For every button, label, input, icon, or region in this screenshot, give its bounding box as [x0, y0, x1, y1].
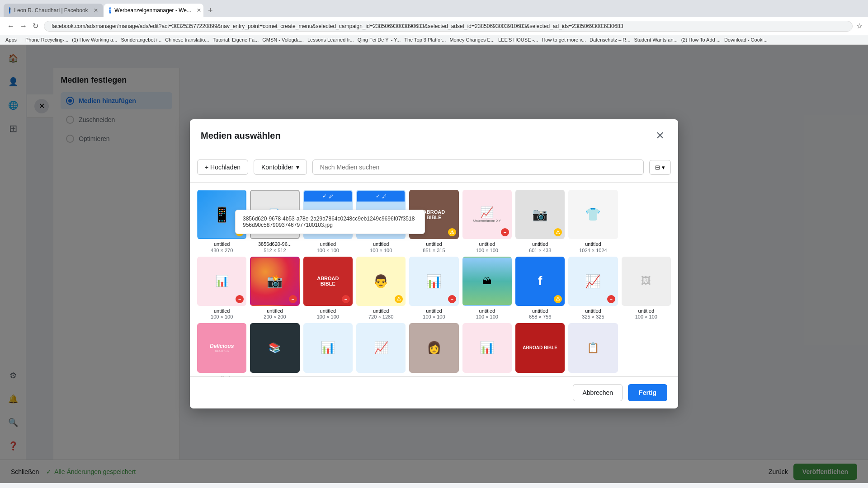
media-label-11: untitled	[320, 308, 336, 314]
bookmark-4[interactable]: Chinese translatio...	[165, 37, 209, 42]
modal-main: + Hochladen Kontobilder ▾ ⊟ ▾	[190, 152, 678, 408]
media-label-3: untitled	[320, 241, 336, 247]
media-item-13[interactable]: 📊 − untitled 100 × 100	[409, 257, 458, 320]
media-item-20[interactable]: 📊	[303, 323, 353, 376]
media-label-6: untitled	[479, 241, 495, 247]
error-badge-9: −	[236, 295, 244, 303]
tab-label-facebook: Leon R. Chaudhari | Facebook	[14, 7, 88, 14]
media-label-15: untitled	[532, 308, 548, 314]
media-item-9[interactable]: 📊 − untitled 100 × 100	[197, 257, 246, 320]
media-dims-17: 100 × 100	[635, 314, 657, 319]
error-badge-11: −	[342, 295, 350, 303]
media-dims-6: 100 × 100	[476, 248, 498, 253]
bookmark-star[interactable]: ☆	[856, 22, 863, 30]
media-item-24[interactable]: ABROAD BIBLE	[515, 323, 565, 376]
media-label-9: untitled	[214, 308, 230, 314]
media-selection-modal: Medien auswählen ✕ + Hochladen Kontobild…	[190, 119, 678, 408]
bookmark-2[interactable]: (1) How Working a...	[72, 37, 117, 42]
warning-badge-12: ⚠	[395, 295, 403, 303]
error-badge-10: −	[289, 295, 297, 303]
media-dims-12: 720 × 1280	[368, 314, 393, 319]
forward-button[interactable]: →	[18, 21, 29, 31]
media-dims-7: 601 × 438	[529, 248, 551, 253]
media-item-10[interactable]: 📸 − untitled 200 × 200	[250, 257, 299, 320]
media-item-23[interactable]: 📊	[462, 323, 512, 376]
media-item-16[interactable]: 📈 − untitled 325 × 325	[568, 257, 618, 320]
modal-close-button[interactable]: ✕	[653, 128, 667, 143]
media-item-8[interactable]: 👕 untitled 1024 × 1024	[568, 190, 618, 253]
tab-close-ads[interactable]: ✕	[197, 7, 201, 14]
chevron-down-icon: ▾	[296, 164, 299, 171]
media-item-14[interactable]: 🏔 untitled 100 × 100	[462, 257, 512, 320]
media-item-17[interactable]: 🖼 untitled 100 × 100	[622, 257, 671, 320]
media-label-2: 3856d620-96...	[258, 241, 292, 247]
bookmark-14[interactable]: Student Wants an...	[634, 37, 677, 42]
error-badge-13: −	[448, 295, 456, 303]
bookmark-6[interactable]: GMSN - Vologda...	[262, 37, 304, 42]
media-item-12[interactable]: 👨 ⚠ untitled 720 × 1280	[356, 257, 406, 320]
media-label-8: untitled	[585, 241, 601, 247]
bookmark-1[interactable]: Phone Recycling-...	[25, 37, 68, 42]
tab-facebook[interactable]: f Leon R. Chaudhari | Facebook ✕	[4, 4, 103, 17]
tab-close-facebook[interactable]: ✕	[94, 7, 98, 14]
done-button[interactable]: Fertig	[628, 384, 667, 401]
media-label-16: untitled	[585, 308, 601, 314]
modal-title: Medien auswählen	[201, 131, 281, 141]
tooltip-text: 3856d620-9678-4b53-a78e-2a29a7864c0248cc…	[243, 216, 415, 228]
warning-badge-5: ⚠	[448, 228, 456, 236]
media-dims-16: 325 × 325	[582, 314, 604, 319]
media-item-22[interactable]: 👩	[409, 323, 458, 376]
media-item-19[interactable]: 📚	[250, 323, 299, 376]
media-label-18: untitled	[214, 375, 230, 376]
media-label-4: untitled	[373, 241, 389, 247]
media-dims-4: 100 × 100	[370, 248, 392, 253]
bookmark-13[interactable]: Datenschutz – R...	[590, 37, 631, 42]
filter-button[interactable]: ⊟ ▾	[649, 160, 671, 175]
tab-ads-manager[interactable]: f Werbeanzeigenmanager - We... ✕	[104, 4, 203, 17]
bookmark-11[interactable]: LEE'S HOUSE -...	[498, 37, 538, 42]
bookmark-16[interactable]: Download - Cooki...	[724, 37, 768, 42]
media-dims-3: 100 × 100	[317, 248, 339, 253]
filter-icon: ⊟	[655, 164, 660, 171]
bookmark-10[interactable]: Money Changes E...	[449, 37, 495, 42]
address-bar-input[interactable]	[44, 21, 853, 32]
modal-body: + Hochladen Kontobilder ▾ ⊟ ▾	[190, 152, 678, 408]
bookmark-3[interactable]: Sonderangebot i...	[121, 37, 161, 42]
modal-toolbar: + Hochladen Kontobilder ▾ ⊟ ▾	[190, 152, 678, 183]
media-label-1: untitled	[214, 241, 230, 247]
tab-label-ads: Werbeanzeigenmanager - We...	[114, 7, 191, 14]
upload-button[interactable]: + Hochladen	[197, 160, 248, 175]
media-search-input[interactable]	[312, 160, 644, 175]
apps-bookmark[interactable]: Apps	[5, 37, 17, 42]
bookmark-12[interactable]: How to get more v...	[542, 37, 586, 42]
media-item-25[interactable]: 📋	[568, 323, 618, 376]
kontobilder-button[interactable]: Kontobilder ▾	[254, 160, 307, 175]
bookmark-15[interactable]: (2) How To Add ...	[681, 37, 721, 42]
modal-header: Medien auswählen ✕	[190, 119, 678, 152]
media-dims-8: 1024 × 1024	[579, 248, 607, 253]
error-badge-16: −	[607, 295, 615, 303]
media-label-17: untitled	[638, 308, 654, 314]
refresh-button[interactable]: ↻	[31, 21, 40, 31]
media-dims-10: 200 × 200	[264, 314, 286, 319]
bookmark-8[interactable]: Qing Fei De Yi - Y...	[358, 37, 401, 42]
filename-tooltip: 3856d620-9678-4b53-a78e-2a29a7864c0248cc…	[235, 210, 425, 234]
media-item-6[interactable]: 📈 Unternehmen XY − untitled 100 × 100	[462, 190, 512, 253]
bookmark-7[interactable]: Lessons Learned fr...	[307, 37, 354, 42]
bookmark-5[interactable]: Tutorial: Eigene Fa...	[213, 37, 259, 42]
media-dims-9: 100 × 100	[211, 314, 233, 319]
media-item-7[interactable]: 📷 ⚠ untitled 601 × 438	[515, 190, 565, 253]
media-item-21[interactable]: 📈	[356, 323, 406, 376]
cancel-button[interactable]: Abbrechen	[573, 384, 623, 401]
media-item-empty-r1	[622, 190, 671, 253]
media-item-15[interactable]: f ⚠ untitled 658 × 756	[515, 257, 565, 320]
tab-favicon-facebook: f	[9, 7, 10, 14]
new-tab-button[interactable]: +	[204, 4, 217, 17]
media-label-5: untitled	[426, 241, 442, 247]
media-item-11[interactable]: ABROADBIBLE − untitled 100 × 100	[303, 257, 353, 320]
bookmark-9[interactable]: The Top 3 Platfor...	[404, 37, 446, 42]
media-label-7: untitled	[532, 241, 548, 247]
media-dims-1: 480 × 270	[211, 248, 233, 253]
back-button[interactable]: ←	[5, 21, 16, 31]
media-item-18[interactable]: Delicious RECIPES untitled	[197, 323, 246, 376]
